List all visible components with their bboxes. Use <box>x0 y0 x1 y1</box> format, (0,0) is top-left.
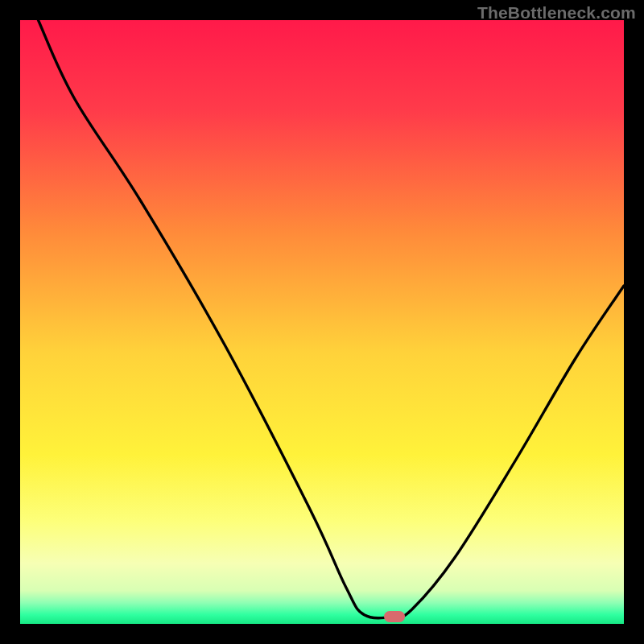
chart-frame: TheBottleneck.com <box>0 0 644 644</box>
plot-area <box>20 20 624 624</box>
attribution-label: TheBottleneck.com <box>477 3 636 23</box>
optimal-point-marker <box>384 611 405 622</box>
svg-rect-0 <box>20 20 624 624</box>
background-gradient <box>20 20 624 624</box>
